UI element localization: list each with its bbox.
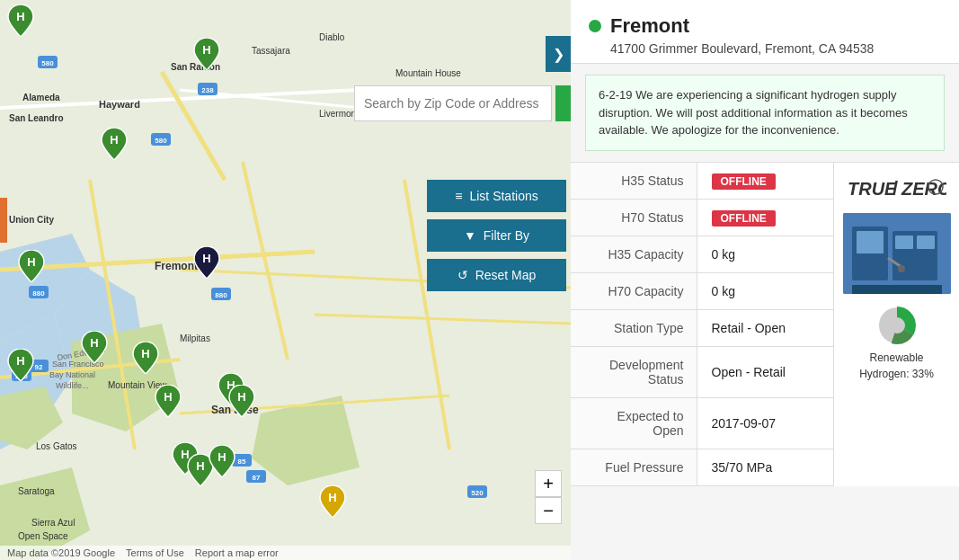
- station-name-row: Fremont: [589, 14, 941, 38]
- svg-rect-87: [852, 285, 942, 294]
- toggle-panel-button[interactable]: ❯: [546, 36, 571, 72]
- details-wrapper: H35 Status OFFLINE H70 Status OFFLINE H3…: [571, 162, 959, 486]
- dev-status-value: Open - Retail: [697, 346, 833, 397]
- station-marker-selected[interactable]: H: [193, 246, 220, 278]
- map-attribution: Map data ©2019 Google Terms of Use Repor…: [0, 546, 571, 560]
- station-name: Fremont: [610, 14, 689, 38]
- station-marker[interactable]: H: [18, 250, 45, 281]
- search-input[interactable]: [354, 85, 552, 121]
- station-marker[interactable]: H: [132, 342, 159, 373]
- svg-text:TRUE: TRUE: [848, 179, 897, 199]
- station-address: 41700 Grimmer Boulevard, Fremont, CA 945…: [610, 41, 941, 56]
- h70-status-badge: OFFLINE: [712, 210, 776, 227]
- svg-text:Bay National: Bay National: [49, 370, 95, 379]
- svg-text:92: 92: [35, 363, 43, 371]
- list-icon: ≡: [455, 189, 462, 203]
- svg-text:Saratoga: Saratoga: [18, 486, 55, 496]
- svg-text:880: 880: [32, 289, 45, 298]
- map-buttons: ≡ List Stations ▼ Filter By ↺ Reset Map: [427, 180, 566, 291]
- terms-link[interactable]: Terms of Use: [126, 547, 184, 558]
- h70-capacity-label: H70 Capacity: [571, 272, 697, 309]
- svg-text:Tassajara: Tassajara: [252, 46, 290, 56]
- station-marker[interactable]: H: [155, 385, 182, 416]
- h70-status-value: OFFLINE: [697, 199, 833, 236]
- table-row: Development Status Open - Retail: [571, 346, 833, 397]
- svg-text:Los Gatos: Los Gatos: [36, 441, 77, 451]
- station-marker[interactable]: H: [319, 485, 346, 517]
- svg-text:H: H: [196, 459, 204, 473]
- report-link[interactable]: Report a map error: [195, 547, 279, 558]
- station-marker[interactable]: H: [7, 349, 34, 380]
- station-marker[interactable]: H: [101, 128, 128, 159]
- svg-text:/: /: [892, 177, 898, 200]
- svg-text:Mountain House: Mountain House: [395, 68, 461, 78]
- zoom-in-button[interactable]: +: [535, 470, 562, 497]
- svg-text:580: 580: [155, 137, 167, 145]
- table-row: H70 Status OFFLINE: [571, 199, 833, 236]
- station-marker[interactable]: H: [228, 385, 255, 416]
- svg-text:85: 85: [238, 458, 246, 466]
- h35-status-value: OFFLINE: [697, 163, 833, 200]
- table-row: H70 Capacity 0 kg: [571, 272, 833, 309]
- truezero-svg: TRUE / ZERO: [848, 173, 946, 200]
- svg-text:520: 520: [471, 489, 484, 497]
- search-bar: [354, 85, 571, 121]
- table-row: H35 Capacity 0 kg: [571, 236, 833, 272]
- svg-text:H: H: [16, 354, 24, 368]
- h35-capacity-value: 0 kg: [697, 236, 833, 272]
- station-header: Fremont 41700 Grimmer Boulevard, Fremont…: [571, 0, 959, 64]
- station-type-value: Retail - Open: [697, 309, 833, 346]
- h70-status-label: H70 Status: [571, 199, 697, 236]
- svg-text:H: H: [237, 390, 245, 404]
- svg-text:H: H: [110, 133, 118, 147]
- svg-text:Wildlife...: Wildlife...: [56, 381, 89, 390]
- table-row: Expected to Open 2017-09-07: [571, 397, 833, 449]
- alert-box: 6-2-19 We are experiencing a significant…: [585, 75, 945, 151]
- details-table: H35 Status OFFLINE H70 Status OFFLINE H3…: [571, 163, 833, 486]
- svg-text:Open Space: Open Space: [18, 531, 68, 541]
- h35-capacity-label: H35 Capacity: [571, 236, 697, 272]
- svg-text:H: H: [16, 10, 24, 23]
- svg-rect-85: [895, 236, 913, 249]
- station-marker[interactable]: H: [7, 4, 34, 36]
- svg-text:Fremont: Fremont: [155, 260, 198, 272]
- station-marker[interactable]: H: [81, 331, 108, 362]
- svg-text:87: 87: [253, 474, 261, 482]
- svg-text:Diablo: Diablo: [319, 32, 345, 42]
- svg-text:Union City: Union City: [9, 215, 54, 225]
- brand-panel: TRUE / ZERO: [833, 163, 959, 486]
- attribution-text: Map data ©2019 Google: [7, 547, 115, 558]
- left-bar: [0, 198, 7, 243]
- h70-capacity-value: 0 kg: [697, 272, 833, 309]
- station-marker[interactable]: H: [209, 445, 235, 476]
- reset-map-button[interactable]: ↺ Reset Map: [427, 259, 566, 291]
- svg-point-92: [884, 312, 910, 339]
- svg-text:H: H: [27, 255, 35, 269]
- fuel-pressure-value: 35/70 MPa: [697, 449, 833, 485]
- svg-rect-86: [917, 236, 935, 249]
- hydrogen-pct: Hydrogen: 33%: [859, 368, 934, 380]
- expected-open-label: Expected to Open: [571, 397, 697, 449]
- station-marker[interactable]: H: [193, 38, 220, 69]
- filter-by-button[interactable]: ▼ Filter By: [427, 219, 566, 252]
- svg-text:H: H: [218, 450, 226, 464]
- station-image: [843, 213, 951, 294]
- table-row: H35 Status OFFLINE: [571, 163, 833, 200]
- station-type-label: Station Type: [571, 309, 697, 346]
- list-stations-button[interactable]: ≡ List Stations: [427, 180, 566, 212]
- renewable-chart: Renewable Hydrogen: 33%: [859, 303, 934, 380]
- zoom-out-button[interactable]: −: [535, 497, 562, 524]
- svg-text:580: 580: [41, 59, 54, 67]
- alert-text: 6-2-19 We are experiencing a significant…: [599, 88, 908, 137]
- expected-open-value: 2017-09-07: [697, 397, 833, 449]
- go-button[interactable]: [555, 85, 571, 121]
- svg-text:H: H: [141, 347, 149, 360]
- svg-point-89: [898, 265, 905, 272]
- station-photo: [843, 213, 951, 294]
- renewable-label: Renewable: [869, 351, 923, 364]
- svg-text:H: H: [328, 491, 336, 504]
- svg-text:ZERO: ZERO: [901, 179, 946, 199]
- brand-logo: TRUE / ZERO: [848, 173, 946, 204]
- svg-text:H: H: [164, 390, 172, 404]
- svg-text:H: H: [202, 43, 210, 57]
